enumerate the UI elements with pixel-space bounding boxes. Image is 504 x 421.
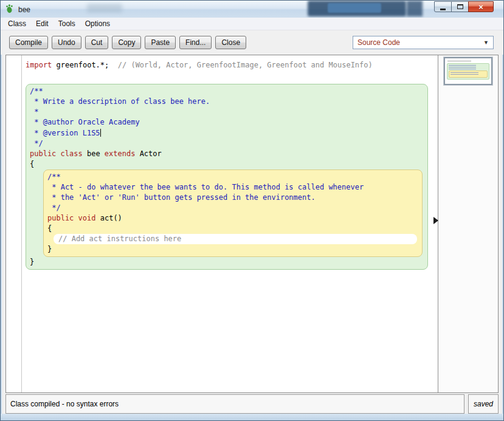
nav-toggle-arrow-icon[interactable] [433,217,442,224]
code-editor[interactable]: import greenfoot.*; // (World, Actor, Gr… [6,55,438,392]
source-code-selector[interactable]: Source Code ▼ [353,36,494,49]
menu-item-options[interactable]: Options [80,18,115,30]
greenfoot-editor-window: bee × Class Edit Tools Options Compile U… [0,0,504,421]
code-line[interactable]: public void act() [47,213,419,224]
paste-button[interactable]: Paste [145,36,176,49]
maximize-icon [457,4,463,9]
minimap-class-scope [447,63,489,80]
window-minimize-button[interactable] [434,1,452,12]
close-icon: × [478,3,483,11]
code-token: * [30,108,43,116]
code-token: */ [30,139,43,148]
code-token: Actor [135,149,161,158]
class-doc-section: /** * Write a description of class bee h… [30,86,425,169]
minimize-icon [440,9,446,10]
code-token: { [47,224,52,233]
find-button[interactable]: Find... [179,36,212,49]
code-token: extends [105,149,136,158]
cut-button[interactable]: Cut [85,36,109,49]
code-line[interactable]: * Act - do whatever the bee wants to do.… [47,182,419,193]
menu-item-edit[interactable]: Edit [31,18,54,30]
code-token: // (World, Actor, GreenfootImage, Greenf… [118,61,373,69]
code-token: class [61,149,83,158]
import-section: import greenfoot.*; // (World, Actor, Gr… [26,60,438,70]
aero-glass-artifact [328,3,381,13]
method-scope-box: /** * Act - do whatever the bee wants to… [43,169,423,257]
code-line[interactable]: * [30,107,425,117]
code-token: * Act - do whatever the bee wants to do.… [47,183,364,191]
act-method-section: /** * Act - do whatever the bee wants to… [47,172,419,255]
window-maximize-button[interactable] [451,1,469,12]
code-line[interactable]: */ [47,203,419,213]
editor-pane: import greenfoot.*; // (World, Actor, Gr… [5,55,499,393]
code-line[interactable]: { [47,224,419,234]
navigation-panel [438,55,498,392]
undo-button[interactable]: Undo [52,36,81,49]
code-line[interactable]: */ [30,139,425,149]
menu-item-tools[interactable]: Tools [54,18,80,30]
code-token: * @version L1S5 [30,129,100,137]
code-area[interactable]: import greenfoot.*; // (World, Actor, Gr… [6,55,438,392]
minimap-code-line [450,74,478,75]
minimap-code-line [449,67,476,67]
code-token: bee [83,149,105,158]
code-line[interactable]: * Write a description of class bee here. [30,97,425,107]
code-token: act() [96,214,122,222]
text-caret [100,129,101,137]
code-line[interactable]: /** [47,172,419,182]
close-editor-button[interactable]: Close [215,36,246,49]
aero-glass-artifact [87,4,122,13]
code-token: public [30,149,56,158]
minimap[interactable] [444,57,492,85]
code-token: */ [47,204,61,212]
code-token: } [30,258,34,266]
code-line[interactable]: * the 'Act' or 'Run' button gets pressed… [47,193,419,203]
window-title: bee [18,5,30,14]
code-line[interactable]: } [30,257,425,267]
code-line[interactable]: /** [30,86,425,97]
code-token: * the 'Act' or 'Run' button gets pressed… [47,193,316,202]
status-bar: Class compiled - no syntax errors saved [5,394,499,414]
code-token [74,214,78,222]
code-token: * @author Oracle Academy [30,118,140,126]
compile-button[interactable]: Compile [9,36,48,49]
minimap-code-line [449,65,476,66]
greenfoot-logo-icon [5,4,15,16]
code-token: /** [30,87,43,95]
window-bottom-frame [1,414,503,421]
code-token: greenfoot.*; [52,61,117,69]
status-message: Class compiled - no syntax errors [5,394,464,414]
code-token: // Add act instructions here [58,234,181,243]
code-line[interactable]: * @author Oracle Academy [30,117,425,128]
aero-glass-artifact [308,1,406,16]
minimap-code-line [450,72,478,73]
code-token: public [47,214,74,222]
code-token [56,149,60,158]
code-line[interactable]: * @version L1S5 [30,128,425,139]
copy-button[interactable]: Copy [112,36,141,49]
code-token: /** [47,173,61,181]
toolbar: Compile Undo Cut Copy Paste Find... Clos… [1,30,503,55]
code-token: { [30,160,34,168]
minimap-method-scope [449,70,488,78]
source-code-selector-value: Source Code [357,38,400,47]
code-line[interactable]: // Add act instructions here [54,234,417,244]
chevron-down-icon: ▼ [483,39,489,46]
window-close-button[interactable]: × [468,1,494,12]
code-token: import [26,61,52,69]
aero-glass-artifact [407,1,423,16]
code-token: void [78,214,96,222]
code-line[interactable]: public class bee extends Actor [30,149,425,159]
class-close-section: } [30,257,425,267]
save-status-badge: saved [468,394,499,414]
code-line[interactable]: { [30,159,425,169]
class-scope-box: /** * Write a description of class bee h… [26,84,428,270]
menu-item-class[interactable]: Class [3,18,31,30]
code-line[interactable]: import greenfoot.*; // (World, Actor, Gr… [26,60,438,70]
menu-bar: Class Edit Tools Options [1,18,503,30]
minimap-code-line [449,69,476,69]
code-token: * Write a description of class bee here. [30,97,210,106]
code-token: } [47,245,52,253]
code-line[interactable]: } [47,244,419,255]
title-bar[interactable]: bee × [1,1,503,18]
